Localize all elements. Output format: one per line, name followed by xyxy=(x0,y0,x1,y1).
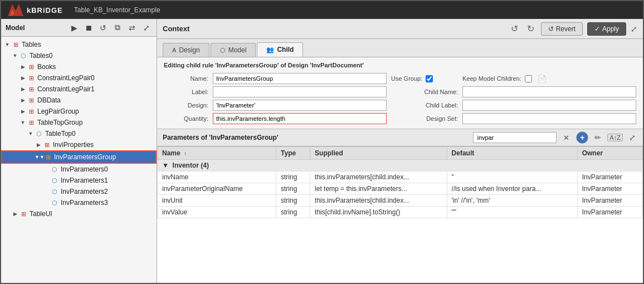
tree-item-tables[interactable]: ⊞ Tables xyxy=(1,39,157,50)
tree-arrow-tables[interactable] xyxy=(3,41,11,48)
name-input[interactable] xyxy=(213,73,387,84)
expand-params-btn[interactable]: ⤢ xyxy=(627,133,637,142)
table-row[interactable]: invName string this.invParameters[child.… xyxy=(158,172,643,183)
label-input[interactable] xyxy=(213,86,387,97)
tree-item-legpairgroup[interactable]: ⊞ LegPairGroup xyxy=(1,106,157,117)
undo-btn[interactable]: ↺ xyxy=(509,23,520,34)
tree-arrow-ttg[interactable] xyxy=(19,119,27,126)
app-window: kBRiDGE Table_KB_Inventor_Example Model … xyxy=(0,0,644,284)
cell-supplied-1: let temp = this.invParameters... xyxy=(310,183,447,195)
params-title: Parameters of 'InvParametersGroup' xyxy=(163,134,469,141)
tree-icon-ip2: ⬡ xyxy=(50,187,59,196)
tree-arrow-tui[interactable] xyxy=(11,210,19,218)
tree-label-lpg: LegPairGroup xyxy=(37,107,79,115)
tree-arrow-clp0[interactable] xyxy=(19,74,27,82)
group-collapse-icon[interactable]: ▼ xyxy=(162,161,169,169)
tree-item-books[interactable]: ⊞ Books xyxy=(1,61,157,72)
svg-marker-0 xyxy=(8,4,23,16)
tree-item-constraintlegpair1[interactable]: ⊞ ConstraintLegPair1 xyxy=(1,84,157,95)
tab-child[interactable]: 👥 Child xyxy=(257,42,303,57)
keep-model-children-label: Keep Model Children: xyxy=(462,75,521,82)
tree-arrow-ip3 xyxy=(42,199,50,207)
cell-name-3: invValue xyxy=(158,207,276,218)
tree-item-invparameters0[interactable]: ⬡ InvParameters0 xyxy=(1,164,157,175)
tree-item-invparameters3[interactable]: ⬡ InvParameters3 xyxy=(1,197,157,208)
tree-label-ip3: InvParameters3 xyxy=(61,199,108,207)
params-toolbar: Parameters of 'InvParametersGroup' ✕ + ✏… xyxy=(157,129,643,146)
edit-param-btn[interactable]: ✏ xyxy=(593,133,603,142)
design-tab-icon: A xyxy=(172,47,176,53)
col-supplied: Supplied xyxy=(310,147,447,160)
tree-item-tabletopgroup[interactable]: ⊞ TableTopGroup xyxy=(1,117,157,128)
revert-icon: ↺ xyxy=(548,25,554,33)
tree-icon-ttg: ⊞ xyxy=(27,118,36,127)
tab-design[interactable]: A Design xyxy=(163,43,209,57)
tree-label-ip1: InvParameters1 xyxy=(61,177,108,184)
tree-label-ipg: InvParametersGroup xyxy=(54,153,116,161)
design-input[interactable] xyxy=(213,100,387,111)
expand-tree-btn[interactable]: ⤢ xyxy=(141,22,152,33)
table-row[interactable]: invParameterOriginalName string let temp… xyxy=(158,183,643,195)
revert-button[interactable]: ↺ Revert xyxy=(541,22,583,36)
design-set-input[interactable] xyxy=(462,113,636,124)
cell-default-2: 'in' //'in', 'mm' xyxy=(447,195,577,207)
keep-model-children-checkbox[interactable] xyxy=(525,75,532,82)
cell-supplied-3: this[child.invName].toString() xyxy=(310,207,447,218)
tree-item-constraintlegpair0[interactable]: ⊞ ConstraintLegPair0 xyxy=(1,72,157,84)
params-clear-btn[interactable]: ✕ xyxy=(561,134,572,142)
expand-right-icon[interactable]: ⤢ xyxy=(631,25,637,33)
file-name: Table_KB_Inventor_Example xyxy=(74,6,160,14)
table-row[interactable]: invValue string this[child.invName].toSt… xyxy=(158,207,643,218)
sort-btn[interactable]: A↑Z xyxy=(607,134,623,141)
doc-icon[interactable]: 📄 xyxy=(538,75,547,83)
tree-arrow-ip[interactable] xyxy=(35,141,42,149)
tree-arrow-tt0[interactable] xyxy=(27,130,35,138)
tree-arrow-clp1[interactable] xyxy=(19,85,27,93)
tree-arrow-dbdata[interactable] xyxy=(19,96,27,104)
form-grid: Name: Use Group: Keep Model Children: 📄 xyxy=(164,73,636,124)
apply-button[interactable]: ✓ Apply xyxy=(587,22,626,36)
copy-btn[interactable]: ⧉ xyxy=(112,22,123,33)
cell-default-1: //is used when Inventor para... xyxy=(447,183,577,195)
tree-item-tabletop0[interactable]: ⬡ TableTop0 xyxy=(1,128,157,139)
sync-btn[interactable]: ⇄ xyxy=(126,22,138,33)
tree-item-tableui[interactable]: ⊞ TableUI xyxy=(1,208,157,219)
tree-arrow-ip2 xyxy=(42,188,50,195)
tab-model[interactable]: ⬡ Model xyxy=(211,43,256,57)
tree-icon-tui: ⊞ xyxy=(19,209,28,218)
child-name-input[interactable] xyxy=(462,86,636,97)
tree-label-books: Books xyxy=(37,63,56,71)
tree-icon-ip: ⊞ xyxy=(42,140,51,149)
apply-label: Apply xyxy=(602,25,619,33)
tree-item-tables0[interactable]: ⬡ Tables0 xyxy=(1,50,157,61)
model-title: Model xyxy=(6,24,65,32)
cell-type-3: string xyxy=(276,207,310,218)
tree-label-tables: Tables xyxy=(22,41,41,48)
tree-arrow-lpg[interactable] xyxy=(19,107,27,115)
tree-view: ⊞ Tables ⬡ Tables0 ⊞ Books xyxy=(1,37,157,283)
cell-type-0: string xyxy=(276,172,310,183)
tree-arrow-tables0[interactable] xyxy=(11,52,19,60)
tree-arrow-books[interactable] xyxy=(19,63,27,71)
tree-arrow-ipg[interactable]: ▼ xyxy=(36,153,43,161)
child-label-input[interactable] xyxy=(462,100,636,111)
params-search-input[interactable] xyxy=(473,132,557,143)
tree-item-inviproperties[interactable]: ⊞ InviProperties xyxy=(1,139,157,150)
refresh-btn[interactable]: ↺ xyxy=(97,22,109,33)
play-btn[interactable]: ▶ xyxy=(69,22,80,33)
redo-btn[interactable]: ↻ xyxy=(525,23,536,34)
tree-item-invparameters2[interactable]: ⬡ InvParameters2 xyxy=(1,186,157,197)
stop-btn[interactable]: ⏹ xyxy=(83,22,94,33)
table-row[interactable]: invUnit string this.invParameters[child.… xyxy=(158,195,643,207)
use-group-checkbox[interactable] xyxy=(426,75,433,82)
context-title: Context xyxy=(163,25,504,33)
tree-label-tt0: TableTop0 xyxy=(45,130,76,138)
tree-item-invparameters1[interactable]: ⬡ InvParameters1 xyxy=(1,175,157,186)
context-area: A Design ⬡ Model 👥 Child Editing child r… xyxy=(157,39,643,283)
add-param-btn[interactable]: + xyxy=(576,131,588,144)
quantity-input[interactable] xyxy=(213,113,387,124)
tree-item-invparametersgroup[interactable]: ▼ ⊞ InvParametersGroup xyxy=(1,150,157,164)
tree-item-dbdata[interactable]: ⊞ DBData xyxy=(1,95,157,106)
tree-icon-ip1: ⬡ xyxy=(50,176,59,185)
use-group-row: Use Group: xyxy=(391,75,458,82)
